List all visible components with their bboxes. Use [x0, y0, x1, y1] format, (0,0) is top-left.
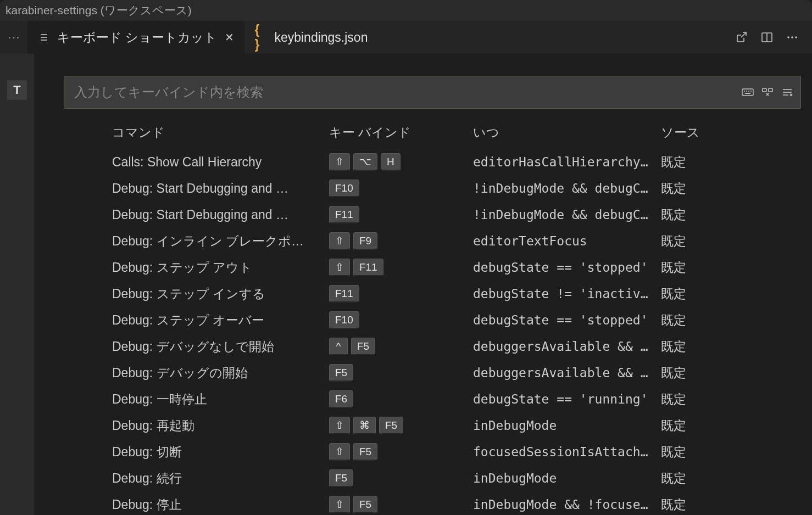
cell-when: focusedSessionIsAttach …: [473, 445, 661, 459]
table-row[interactable]: Debug: 再起動⇧⌘F5inDebugMode既定: [64, 412, 801, 439]
open-file-icon[interactable]: [734, 30, 749, 45]
cell-command: Debug: 一時停止: [112, 391, 329, 408]
tab-bar-actions: [734, 30, 812, 45]
key-cap: F5: [379, 417, 403, 434]
cell-command: Debug: Start Debugging and …: [112, 181, 329, 196]
braces-icon: { }: [254, 23, 268, 52]
cell-keybinding: ⇧F9: [329, 232, 473, 250]
tab-keybindings-json[interactable]: { } keybindings.json: [244, 21, 377, 54]
cell-source: 既定: [661, 259, 753, 276]
table-row[interactable]: Debug: 停止⇧F5inDebugMode && !focused…既定: [64, 491, 801, 515]
more-actions-icon[interactable]: [785, 30, 800, 45]
table-row[interactable]: Debug: デバッグの開始F5debuggersAvailable && d……: [64, 360, 801, 386]
cell-command: Debug: ステップ アウト: [112, 259, 329, 276]
table-row[interactable]: Debug: ステップ オーバーF10debugState == 'stoppe…: [64, 307, 801, 333]
cell-when: debugState == 'stopped': [473, 313, 661, 327]
key-cap: ⇧: [329, 232, 350, 250]
close-icon[interactable]: ✕: [224, 31, 235, 44]
tabs-container: キーボード ショートカット ✕ { } keybindings.json: [27, 21, 377, 54]
search-actions: [741, 85, 794, 99]
header-when[interactable]: いつ: [473, 124, 661, 141]
cell-when: debugState == 'running': [473, 392, 661, 406]
cell-keybinding: F11: [329, 206, 473, 223]
cell-when: debugState == 'stopped': [473, 260, 661, 275]
cell-source: 既定: [661, 417, 753, 434]
tab-overflow-indicator[interactable]: ⋯: [0, 30, 27, 44]
tab-bar: ⋯ キーボード ショートカット ✕ { } keybindings.json: [0, 21, 812, 54]
key-cap: ⇧: [329, 153, 350, 171]
cell-keybinding: ⇧F5: [329, 443, 473, 461]
record-keys-icon[interactable]: [741, 85, 755, 99]
gutter-marker[interactable]: T: [7, 80, 27, 100]
sort-precedence-icon[interactable]: [760, 85, 775, 99]
cell-source: 既定: [661, 496, 753, 513]
key-cap: H: [381, 153, 401, 171]
table-header: コマンド キー バインド いつ ソース: [64, 124, 801, 149]
header-keybinding[interactable]: キー バインド: [329, 124, 473, 141]
tab-label: キーボード ショートカット: [57, 29, 217, 46]
cell-command: Debug: Start Debugging and …: [112, 208, 329, 222]
cell-keybinding: ⇧⌥H: [329, 153, 473, 171]
key-cap: F5: [353, 443, 377, 461]
window-title: karabiner-settings (ワークスペース): [5, 3, 192, 18]
list-icon: [37, 32, 51, 43]
cell-source: 既定: [661, 338, 753, 355]
cell-keybinding: F5: [329, 469, 473, 487]
search-container: [64, 76, 801, 109]
cell-command: Debug: 停止: [112, 496, 329, 513]
table-row[interactable]: Debug: ステップ アウト⇧F11debugState == 'stoppe…: [64, 254, 801, 281]
key-cap: ⇧: [329, 443, 350, 461]
keybindings-table: コマンド キー バインド いつ ソース Calls: Show Call Hie…: [64, 124, 801, 515]
cell-keybinding: F10: [329, 180, 473, 197]
cell-when: editorHasCallHierarchyP…: [473, 155, 661, 169]
key-cap: F11: [353, 259, 383, 276]
key-cap: F5: [329, 469, 353, 487]
table-row[interactable]: Calls: Show Call Hierarchy⇧⌥HeditorHasCa…: [64, 149, 801, 175]
cell-command: Debug: デバッグなしで開始: [112, 338, 329, 355]
cell-source: 既定: [661, 391, 753, 408]
cell-source: 既定: [661, 286, 753, 303]
table-row[interactable]: Debug: インライン ブレークポ…⇧F9editorTextFocus既定: [64, 228, 801, 254]
table-row[interactable]: Debug: 続行F5inDebugMode既定: [64, 465, 801, 491]
left-gutter: T: [0, 54, 34, 515]
table-row[interactable]: Debug: 一時停止F6debugState == 'running'既定: [64, 386, 801, 412]
cell-when: !inDebugMode && debugCo…: [473, 208, 661, 222]
svg-rect-15: [769, 88, 772, 92]
cell-command: Debug: 再起動: [112, 417, 329, 434]
svg-rect-14: [763, 88, 766, 92]
key-cap: ^: [329, 338, 348, 355]
table-row[interactable]: Debug: ステップ インするF11debugState != 'inacti…: [64, 281, 801, 307]
tab-label: keybindings.json: [274, 30, 368, 45]
key-cap: F11: [329, 206, 359, 223]
split-editor-icon[interactable]: [759, 30, 775, 45]
header-source[interactable]: ソース: [661, 124, 753, 141]
key-cap: ⌥: [353, 153, 377, 171]
key-cap: ⇧: [329, 496, 350, 513]
cell-when: inDebugMode: [473, 418, 661, 433]
table-row[interactable]: Debug: 切断⇧F5focusedSessionIsAttach …既定: [64, 439, 801, 465]
key-cap: ⌘: [353, 417, 376, 434]
cell-source: 既定: [661, 154, 753, 171]
table-row[interactable]: Debug: Start Debugging and …F10!inDebugM…: [64, 175, 801, 201]
cell-command: Debug: インライン ブレークポ…: [112, 233, 329, 250]
tab-keyboard-shortcuts[interactable]: キーボード ショートカット ✕: [27, 21, 244, 54]
table-row[interactable]: Debug: デバッグなしで開始^F5debuggersAvailable &&…: [64, 333, 801, 360]
key-cap: F11: [329, 285, 359, 303]
key-cap: F9: [353, 232, 377, 250]
cell-when: editorTextFocus: [473, 234, 661, 248]
svg-point-5: [787, 36, 789, 38]
key-cap: F5: [351, 338, 375, 355]
table-row[interactable]: Debug: Start Debugging and …F11!inDebugM…: [64, 201, 801, 228]
cell-when: inDebugMode: [473, 471, 661, 485]
header-command[interactable]: コマンド: [112, 124, 329, 141]
cell-command: Debug: 切断: [112, 444, 329, 461]
cell-source: 既定: [661, 312, 753, 329]
cell-keybinding: F10: [329, 311, 473, 329]
cell-source: 既定: [661, 233, 753, 250]
cell-keybinding: F11: [329, 285, 473, 303]
main-area: T: [0, 54, 812, 515]
clear-filter-icon[interactable]: [780, 85, 794, 99]
key-cap: ⇧: [329, 259, 350, 276]
search-input[interactable]: [64, 76, 801, 109]
cell-command: Debug: ステップ オーバー: [112, 312, 329, 329]
